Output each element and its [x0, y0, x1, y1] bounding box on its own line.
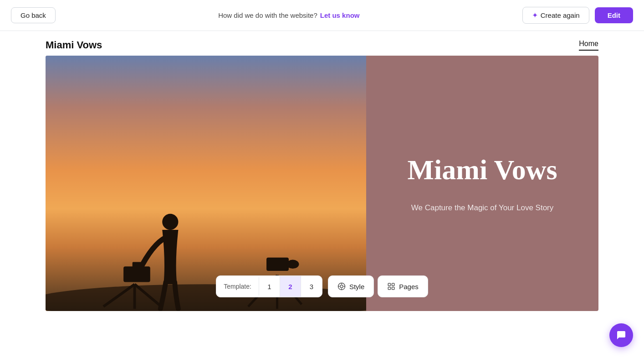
style-label: Style	[349, 283, 364, 291]
top-bar: Go back How did we do with the website? …	[0, 0, 644, 31]
chat-icon	[616, 330, 627, 341]
site-title: Miami Vows	[46, 39, 102, 51]
svg-rect-20	[388, 287, 391, 290]
bottom-toolbar: Template: 1 2 3 Style	[46, 275, 598, 297]
template-label: Template:	[216, 277, 259, 296]
nav-link-home[interactable]: Home	[579, 40, 598, 51]
svg-rect-19	[392, 283, 394, 285]
preview-brand: Miami Vows We Capture the Magic of Your …	[366, 56, 598, 311]
nav-links: Home	[579, 40, 598, 51]
svg-rect-10	[266, 258, 289, 271]
brand-title: Miami Vows	[408, 154, 557, 185]
svg-point-11	[286, 260, 299, 269]
create-again-button[interactable]: ✦ Create again	[522, 7, 589, 24]
preview-photo	[46, 56, 366, 311]
svg-point-6	[162, 214, 178, 230]
website-preview: Miami Vows We Capture the Magic of Your …	[46, 56, 598, 311]
go-back-button[interactable]: Go back	[11, 7, 56, 23]
topbar-center: How did we do with the website? Let us k…	[218, 11, 359, 19]
edit-button[interactable]: Edit	[595, 7, 633, 23]
topbar-left: Go back	[11, 7, 56, 23]
template-3-button[interactable]: 3	[301, 276, 322, 297]
svg-rect-21	[392, 287, 394, 290]
template-1-button[interactable]: 1	[259, 276, 280, 297]
svg-point-13	[340, 285, 343, 288]
create-again-label: Create again	[541, 11, 580, 19]
pages-icon	[387, 282, 395, 291]
main-content: Miami Vows We Capture the Magic of Your …	[0, 56, 644, 311]
brand-subtitle: We Capture the Magic of Your Love Story	[411, 203, 553, 213]
style-icon	[337, 282, 346, 291]
pages-label: Pages	[399, 283, 419, 291]
svg-rect-18	[388, 283, 391, 285]
style-button[interactable]: Style	[328, 275, 374, 297]
page-nav: Miami Vows Home	[0, 31, 644, 56]
chat-bubble-button[interactable]	[609, 323, 633, 347]
template-2-button[interactable]: 2	[280, 276, 301, 297]
pages-button[interactable]: Pages	[378, 275, 428, 297]
template-selector: Template: 1 2 3	[216, 275, 322, 297]
topbar-right: ✦ Create again Edit	[522, 7, 633, 24]
feedback-text: How did we do with the website?	[218, 11, 317, 19]
sparkle-icon: ✦	[532, 11, 538, 20]
let-us-know-link[interactable]: Let us know	[320, 11, 360, 19]
